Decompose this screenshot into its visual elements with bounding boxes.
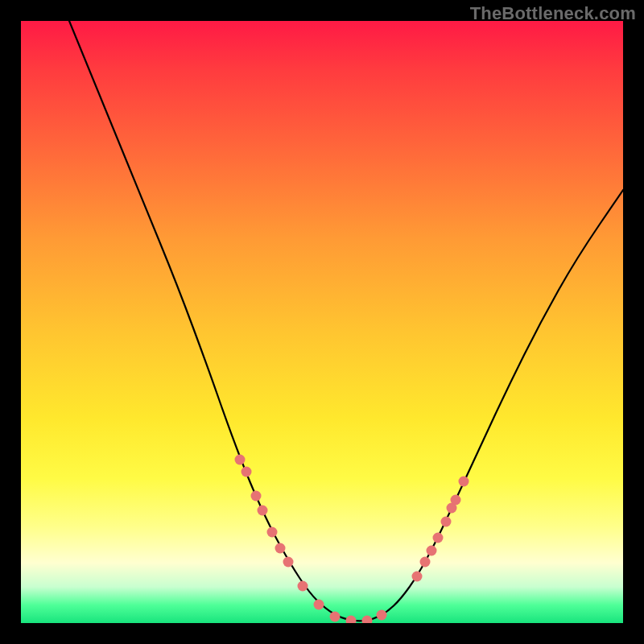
data-marker xyxy=(267,527,278,538)
data-marker xyxy=(258,506,268,516)
data-marker xyxy=(314,600,324,610)
data-marker xyxy=(420,557,431,568)
data-marker xyxy=(275,543,286,554)
data-marker xyxy=(235,455,246,465)
data-marker xyxy=(433,533,444,543)
data-marker xyxy=(242,467,252,477)
bottleneck-curve xyxy=(69,21,623,621)
chart-svg xyxy=(21,21,623,623)
data-marker xyxy=(283,557,294,568)
data-markers xyxy=(235,455,469,624)
data-marker xyxy=(362,616,373,624)
watermark-text: TheBottleneck.com xyxy=(470,3,636,24)
data-marker xyxy=(451,495,461,506)
data-marker xyxy=(459,477,469,487)
data-marker xyxy=(412,572,423,582)
data-marker xyxy=(298,581,308,592)
data-marker xyxy=(251,491,262,502)
data-marker xyxy=(377,610,387,621)
chart-plot-area xyxy=(21,21,623,623)
data-marker xyxy=(441,517,452,527)
data-marker xyxy=(427,546,437,556)
data-marker xyxy=(346,616,357,624)
data-marker xyxy=(330,612,341,622)
